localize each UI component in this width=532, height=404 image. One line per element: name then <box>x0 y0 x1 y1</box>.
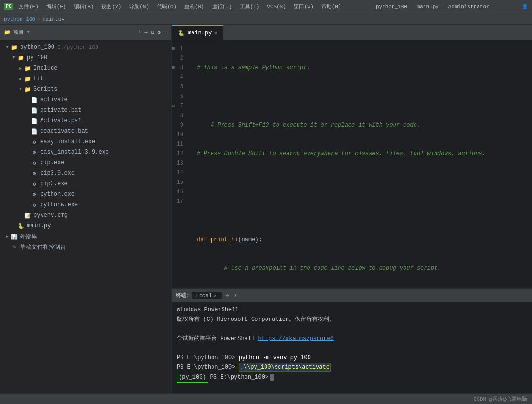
menu-edit[interactable]: 编辑(E) <box>44 2 69 11</box>
sidebar-dropdown-arrow[interactable]: ▼ <box>27 30 30 35</box>
folder-icon-scripts: 📁 <box>24 85 32 93</box>
extlib-icon: 📊 <box>11 233 18 240</box>
tree-label-pyvenvcfg: pyvenv.cfg <box>33 212 68 219</box>
tree-label-easyinstall: easy_install.exe <box>40 138 95 145</box>
tree-item-extlib[interactable]: ▶ 📊 外部库 <box>0 231 171 242</box>
term-line-empty2 <box>177 343 527 353</box>
tree-label-lib: Lib <box>33 75 44 82</box>
tree-item-pip3[interactable]: ⚙ pip3.exe <box>0 179 171 189</box>
menu-run[interactable]: 运行(U) <box>210 2 234 11</box>
menu-view[interactable]: 视图(V) <box>99 2 124 11</box>
sidebar: 📁 项目 ▼ + ≡ ⇅ ⚙ — ▼ 📁 python <box>0 25 172 393</box>
tree-label-python100: python_100 <box>20 44 54 51</box>
tree-item-deactivatebat[interactable]: 📄 deactivate.bat <box>0 126 171 137</box>
folder-icon: 📁 <box>4 29 11 35</box>
code-editor[interactable]: 1⊟ 2 3⊟ 4 5 6 7⊟ 8 9 10 11 12 <box>172 40 532 288</box>
tree-item-pythonexe[interactable]: ⚙ python.exe <box>0 189 171 200</box>
minimize-icon[interactable]: — <box>164 29 168 36</box>
line-num-11: 11 <box>172 139 187 149</box>
list-icon[interactable]: ≡ <box>144 29 148 36</box>
tree-label-easyinstall39: easy_install-3.9.exe <box>40 149 109 156</box>
menu-tools[interactable]: 工具(T) <box>237 2 262 11</box>
tree-item-pip[interactable]: ⚙ pip.exe <box>0 158 171 168</box>
line-num-16: 16 <box>172 187 187 197</box>
line-num-3: 3⊟ <box>172 63 187 73</box>
sidebar-label: 项目 <box>13 29 24 36</box>
file-icon-activateps1: 📄 <box>31 117 38 125</box>
code-line-4: # Press Double Shift to search everywher… <box>197 149 526 159</box>
tree-item-easyinstall[interactable]: ⚙ easy_install.exe <box>0 137 171 147</box>
tree-item-mainpy[interactable]: 🐍 main.py <box>0 221 171 231</box>
python-icon-mainpy: 🐍 <box>17 222 25 230</box>
sidebar-toolbar: 📁 项目 ▼ + ≡ ⇅ ⚙ — <box>0 25 171 40</box>
tree-item-scratch[interactable]: ✎ 草稿文件和控制台 <box>0 242 171 252</box>
breadcrumb-project[interactable]: python_100 <box>4 16 35 22</box>
tree-label-activateps1: Activate.ps1 <box>40 117 81 124</box>
folder-icon-python100: 📁 <box>11 43 18 51</box>
tree-label-extlib: 外部库 <box>20 233 37 241</box>
file-icon-activatebat: 📄 <box>31 106 38 114</box>
code-content[interactable]: # This is a sample Python script. # Pres… <box>191 40 532 288</box>
term-line-5: PS E:\python_100> .\\py_100\scripts\acti… <box>177 362 527 372</box>
scratch-icon: ✎ <box>11 243 18 251</box>
menu-code[interactable]: 代码(C) <box>154 2 179 11</box>
line-num-7: 7⊟ <box>172 101 187 111</box>
tree-label-activate: activate <box>40 96 68 103</box>
tree-item-activate[interactable]: 📄 activate <box>0 95 171 105</box>
menu-vcs[interactable]: VCS(S) <box>265 3 288 10</box>
tree-item-activatebat[interactable]: 📄 activate.bat <box>0 105 171 116</box>
tree-item-scripts[interactable]: ▼ 📁 Scripts <box>0 84 171 95</box>
terminal-tab-close[interactable]: ✕ <box>214 293 217 298</box>
line-num-5: 5 <box>172 82 187 92</box>
breadcrumb-file[interactable]: main.py <box>43 16 64 22</box>
tree-item-python100[interactable]: ▼ 📁 python_100 E:/python_100 <box>0 42 171 53</box>
menu-edit2[interactable]: 编辑(B) <box>72 2 96 11</box>
status-csdn: CSDN @岳涛@心馨电脑 <box>474 395 527 403</box>
terminal-add-button[interactable]: + <box>223 292 231 299</box>
folder-icon-py100: 📁 <box>17 54 25 62</box>
menu-file[interactable]: 文件(F) <box>16 2 41 11</box>
tab-close-mainpy[interactable]: ✕ <box>214 30 217 36</box>
terminal-label: 终端: <box>176 292 190 299</box>
tree-label-pip: pip.exe <box>40 159 64 166</box>
sort-icon[interactable]: ⇅ <box>151 29 155 36</box>
line-num-6: 6 <box>172 92 187 101</box>
exe-icon-easyinstall39: ⚙ <box>31 149 38 156</box>
terminal-dropdown[interactable]: ▾ <box>234 292 237 299</box>
line-num-2: 2 <box>172 53 187 63</box>
tree-arrow-extlib: ▶ <box>4 234 11 239</box>
term-link[interactable]: https://aka.ms/pscore6 <box>258 335 333 342</box>
line-num-4: 4 <box>172 73 187 82</box>
exe-icon-pip: ⚙ <box>31 159 38 167</box>
tree-arrow-scripts: ▼ <box>17 87 24 92</box>
terminal-tab-local[interactable]: Local ✕ <box>192 292 222 299</box>
term-line-2: 版权所有 (C) Microsoft Corporation。保留所有权利。 <box>177 315 527 324</box>
editor-area: 🐍 main.py ✕ 1⊟ 2 3⊟ 4 5 6 <box>172 25 532 393</box>
terminal-area: 终端: Local ✕ + ▾ Windows PowerShell 版权所有 … <box>172 288 532 393</box>
terminal-cursor <box>270 374 274 381</box>
add-icon[interactable]: + <box>138 29 141 36</box>
menu-refactor[interactable]: 重构(R) <box>182 2 207 11</box>
tree-item-pyvenvcfg[interactable]: 📝 pyvenv.cfg <box>0 210 171 221</box>
editor-tab-bar: 🐍 main.py ✕ <box>172 25 532 40</box>
settings-icon[interactable]: ⚙ <box>157 29 161 36</box>
menu-window[interactable]: 窗口(W) <box>291 2 316 11</box>
user-icon[interactable]: 👤 <box>521 3 528 10</box>
line-num-14: 14 <box>172 168 187 178</box>
app-logo: PC <box>4 3 13 10</box>
tab-mainpy[interactable]: 🐍 main.py ✕ <box>172 25 223 40</box>
tree-label-scratch: 草稿文件和控制台 <box>20 243 66 251</box>
tree-item-include[interactable]: ▶ 📁 Include <box>0 63 171 74</box>
tree-item-pip39[interactable]: ⚙ pip3.9.exe <box>0 168 171 179</box>
tree-item-py100[interactable]: ▼ 📁 py_100 <box>0 53 171 63</box>
menu-nav[interactable]: 导航(N) <box>127 2 151 11</box>
tree-item-activateps1[interactable]: 📄 Activate.ps1 <box>0 116 171 126</box>
tree-item-lib[interactable]: ▶ 📁 Lib <box>0 74 171 84</box>
terminal-content[interactable]: Windows PowerShell 版权所有 (C) Microsoft Co… <box>172 302 532 393</box>
tree-item-pythonwexe[interactable]: ⚙ pythonw.exe <box>0 200 171 210</box>
tree-label-pip39: pip3.9.exe <box>40 170 74 177</box>
tree-label-py100: py_100 <box>27 54 47 61</box>
tree-item-easyinstall39[interactable]: ⚙ easy_install-3.9.exe <box>0 147 171 158</box>
menu-help[interactable]: 帮助(H) <box>319 2 344 11</box>
exe-icon-pip3: ⚙ <box>31 180 38 188</box>
